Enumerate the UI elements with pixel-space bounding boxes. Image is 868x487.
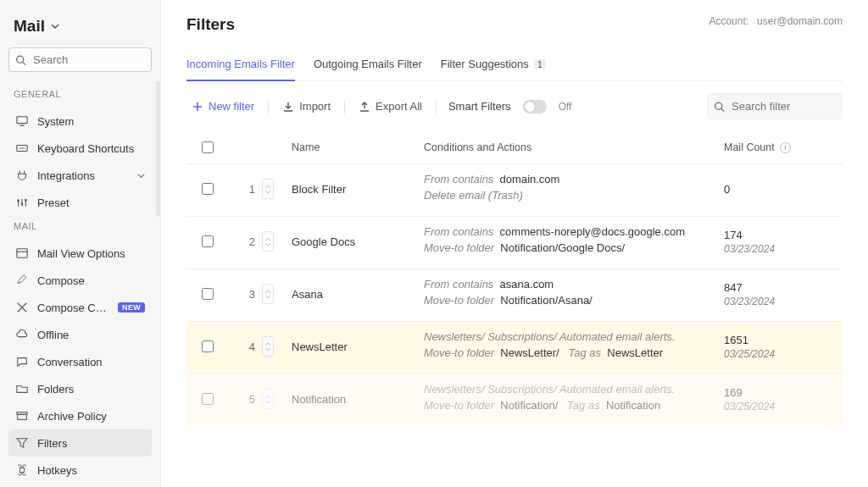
sidebar-item-hotkeys[interactable]: Hotkeys — [8, 457, 152, 484]
new-filter-button[interactable]: New filter — [186, 97, 259, 116]
row-order: 4 — [243, 340, 255, 353]
tab-suggestions[interactable]: Filter Suggestions 1 — [441, 53, 546, 80]
sidebar-item-integrations[interactable]: Integrations — [8, 162, 152, 189]
main-content: Filters Account: user@domain.com Incomin… — [161, 0, 868, 487]
divider — [344, 100, 345, 113]
folder-icon — [15, 382, 29, 396]
sidebar-item-offline[interactable]: Offline — [8, 321, 152, 348]
svg-line-17 — [721, 108, 724, 111]
table-row[interactable]: 3AsanaFrom contains asana.comMove-to fol… — [186, 269, 843, 322]
row-checkbox[interactable] — [202, 393, 214, 405]
reorder-handle[interactable] — [262, 231, 274, 252]
tab-label: Incoming Emails Filter — [186, 58, 295, 70]
keyboard-icon — [15, 141, 29, 155]
account-value: user@domain.com — [757, 15, 843, 27]
sidebar-item-label: Preset — [37, 196, 145, 209]
col-mailcount: Mail Count — [724, 141, 775, 153]
reorder-handle[interactable] — [262, 389, 274, 409]
sidebar-item-label: Archive Policy — [37, 410, 145, 423]
plus-icon — [192, 101, 203, 113]
archive-icon — [15, 409, 29, 423]
reorder-handle[interactable] — [262, 179, 274, 199]
row-checkbox[interactable] — [202, 288, 214, 300]
table-row[interactable]: 2Google DocsFrom contains comments-norep… — [186, 217, 843, 269]
row-conditions: Newsletters/ Subscriptions/ Automated em… — [424, 330, 724, 362]
row-checkbox[interactable] — [202, 183, 214, 195]
nav-general: System Keyboard Shortcuts Integrations P… — [8, 108, 152, 216]
row-checkbox[interactable] — [202, 340, 214, 352]
row-conditions: Newsletters/ Subscriptions/ Automated em… — [424, 383, 724, 415]
row-mailcount: 16903/25/2024 — [724, 386, 843, 412]
sidebar-item-keyboard[interactable]: Keyboard Shortcuts — [8, 135, 152, 162]
row-conditions: From contains comments-noreply@docs.goog… — [424, 225, 724, 257]
tab-label: Outgoing Emails Filter — [314, 58, 422, 70]
table-header: Name Conditions and Actions Mail Count i — [186, 135, 843, 164]
export-all-button[interactable]: Export All — [353, 97, 427, 116]
sidebar-header[interactable]: Mail — [8, 10, 152, 47]
edit-icon — [15, 274, 29, 287]
sidebar-item-filters[interactable]: Filters — [8, 429, 152, 457]
account-info: Account: user@domain.com — [709, 15, 843, 27]
sidebar-item-compose[interactable]: Compose — [8, 267, 152, 294]
row-mailcount: 165103/25/2024 — [724, 334, 843, 360]
table-row[interactable]: 1Block FilterFrom contains domain.comDel… — [186, 164, 843, 217]
reorder-handle[interactable] — [262, 284, 274, 304]
info-icon[interactable]: i — [780, 142, 791, 153]
tab-badge: 1 — [534, 59, 546, 69]
search-icon — [15, 54, 26, 65]
divider — [268, 100, 269, 113]
tab-outgoing[interactable]: Outgoing Emails Filter — [314, 53, 422, 80]
row-name: NewsLetter — [288, 340, 424, 353]
scrollbar-thumb[interactable] — [156, 81, 160, 217]
sidebar-item-compose-custom[interactable]: Compose Customi... NEW — [8, 294, 152, 321]
select-all-checkbox[interactable] — [202, 141, 214, 153]
svg-point-16 — [715, 102, 722, 109]
sidebar-item-archive[interactable]: Archive Policy — [8, 402, 152, 429]
sidebar-item-label: Filters — [37, 437, 145, 450]
chevron-down-icon — [50, 21, 60, 31]
chat-icon — [15, 355, 29, 368]
account-label: Account: — [709, 15, 748, 27]
svg-line-1 — [23, 62, 25, 64]
table-row[interactable]: 5NotificationNewsletters/ Subscriptions/… — [186, 374, 843, 426]
svg-point-9 — [17, 200, 19, 202]
nav-mail: Mail View Options Compose Compose Custom… — [8, 240, 152, 484]
row-name: Block Filter — [288, 183, 424, 196]
import-icon — [282, 101, 294, 113]
section-general-label: GENERAL — [8, 84, 152, 108]
sidebar-item-system[interactable]: System — [8, 108, 152, 135]
sidebar-item-label: Offline — [37, 329, 145, 341]
smart-filter-state: Off — [559, 101, 572, 113]
cloud-off-icon — [15, 328, 29, 341]
filter-search — [707, 93, 843, 119]
table-row[interactable]: 4NewsLetterNewsletters/ Subscriptions/ A… — [186, 322, 843, 374]
sidebar-item-label: Folders — [37, 383, 145, 396]
sidebar-item-mailview[interactable]: Mail View Options — [8, 240, 152, 267]
filter-search-input[interactable] — [707, 93, 843, 119]
layout-icon — [15, 246, 29, 260]
reorder-handle[interactable] — [262, 336, 274, 357]
sidebar-item-label: Mail View Options — [37, 247, 145, 260]
smart-filter-toggle[interactable] — [523, 100, 547, 113]
sidebar-item-folders[interactable]: Folders — [8, 375, 152, 402]
tabs: Incoming Emails Filter Outgoing Emails F… — [186, 53, 843, 81]
row-order: 1 — [243, 183, 255, 196]
sidebar-search-input[interactable] — [8, 47, 152, 72]
sidebar-item-label: Integrations — [37, 169, 129, 182]
svg-rect-15 — [18, 414, 27, 419]
row-name: Google Docs — [288, 235, 424, 248]
page-title: Filters — [186, 15, 235, 34]
sidebar-item-preset[interactable]: Preset — [8, 189, 152, 216]
sidebar-item-label: Keyboard Shortcuts — [37, 142, 145, 155]
sidebar-item-conversation[interactable]: Conversation — [8, 348, 152, 375]
sidebar: Mail GENERAL System Keyboard Shortcuts — [0, 0, 161, 487]
toolbar-label: Import — [299, 100, 331, 113]
row-conditions: From contains domain.comDelete email (Tr… — [424, 173, 724, 205]
crossed-tools-icon — [15, 301, 29, 314]
new-badge: NEW — [118, 302, 145, 313]
tab-incoming[interactable]: Incoming Emails Filter — [186, 53, 295, 80]
row-checkbox[interactable] — [202, 235, 214, 247]
import-button[interactable]: Import — [277, 97, 336, 116]
svg-rect-2 — [17, 117, 27, 124]
row-mailcount: 84703/23/2024 — [724, 281, 843, 307]
